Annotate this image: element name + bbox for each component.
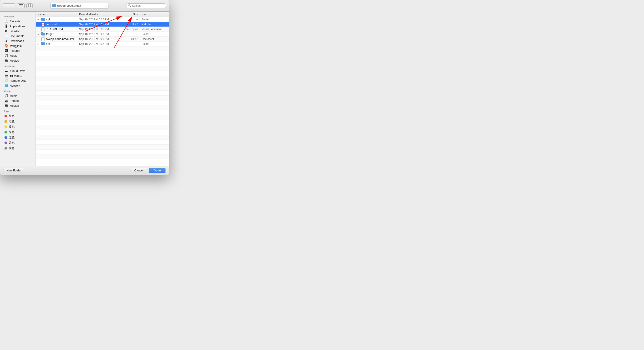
table-row[interactable]: ▶ target Sep 18, 2019 at 3:29 PM -- Fold… bbox=[36, 32, 169, 37]
table-row[interactable]: ▶ sql Sep 20, 2019 at 5:25 PM -- Folder bbox=[36, 17, 169, 22]
empty-row bbox=[36, 105, 169, 110]
sidebar-item-tag-blue[interactable]: 蓝色 bbox=[1, 135, 35, 140]
icloud-icon: ☁ bbox=[4, 69, 8, 73]
empty-row bbox=[36, 130, 169, 135]
sidebar-item-media-music[interactable]: 🎵 Music bbox=[1, 93, 35, 98]
sidebar-item-movies[interactable]: 🎬 Movies bbox=[1, 58, 35, 63]
sidebar-item-remote-disc-label: Remote Disc bbox=[10, 79, 26, 82]
expand-arrow-icon[interactable]: ▶ bbox=[38, 18, 40, 20]
col-kind-header[interactable]: Kind bbox=[140, 13, 169, 16]
file-size-cell: 13 KB bbox=[122, 37, 140, 41]
tag-yellow-dot bbox=[4, 126, 7, 128]
sidebar-item-mac-label: ■■ Mac... bbox=[10, 74, 22, 77]
empty-row bbox=[36, 100, 169, 105]
sidebar-item-tag-green[interactable]: 绿色 bbox=[1, 130, 35, 135]
svg-rect-3 bbox=[28, 4, 29, 5]
sidebar-item-pictures[interactable]: 🖼 Pictures bbox=[1, 48, 35, 53]
file-date-cell: Sep 18, 2019 at 3:29 PM bbox=[77, 37, 122, 41]
xml-file-icon: XML bbox=[41, 22, 44, 26]
favorites-label: Favorites bbox=[0, 13, 36, 19]
col-size-header[interactable]: Size bbox=[122, 13, 140, 16]
expand-arrow-icon[interactable]: ▶ bbox=[38, 43, 40, 45]
empty-row bbox=[36, 61, 169, 66]
file-kind-cell: Document bbox=[140, 37, 169, 41]
sidebar-item-remote-disc[interactable]: 💿 Remote Disc bbox=[1, 78, 35, 83]
recents-icon: 🕐 bbox=[4, 19, 8, 23]
empty-row bbox=[36, 145, 169, 150]
sidebar-item-documents[interactable]: 📄 Documents bbox=[1, 33, 35, 38]
location-text: sweep-code.break bbox=[57, 4, 102, 7]
search-bar[interactable]: 🔍 bbox=[126, 3, 166, 8]
file-date-cell: Sep 19, 2019 at 5:35 PM bbox=[77, 28, 122, 31]
empty-row bbox=[36, 140, 169, 145]
sidebar-item-recents[interactable]: 🕐 Recents bbox=[1, 19, 35, 24]
sidebar-item-media-photos[interactable]: 📷 Photos bbox=[1, 98, 35, 103]
sidebar-item-downloads-label: Downloads bbox=[10, 39, 24, 43]
sidebar-item-movies-label: Movies bbox=[10, 59, 19, 62]
open-button[interactable]: Open bbox=[149, 168, 166, 173]
movies-icon: 🎬 bbox=[4, 59, 8, 62]
folder-icon bbox=[41, 42, 45, 45]
new-folder-button[interactable]: New Folder bbox=[4, 168, 24, 173]
table-row[interactable]: sweep-code.break.iml Sep 18, 2019 at 3:2… bbox=[36, 37, 169, 41]
sidebar-item-media-movies[interactable]: 🎬 Movies bbox=[1, 103, 35, 108]
file-date-cell: Sep 18, 2019 at 3:29 PM bbox=[77, 33, 122, 36]
sidebar-item-tag-gray[interactable]: 灰色 bbox=[1, 146, 35, 151]
sidebar-item-applications[interactable]: 📱 Applications bbox=[1, 24, 35, 28]
svg-rect-5 bbox=[28, 6, 29, 7]
expand-arrow-icon[interactable]: ▶ bbox=[38, 33, 40, 35]
sidebar-item-recents-label: Recents bbox=[10, 20, 20, 23]
file-kind-cell: Folder bbox=[140, 18, 169, 21]
empty-row bbox=[36, 71, 169, 76]
col-date-header[interactable]: Date Modified ▼ bbox=[77, 13, 122, 16]
sidebar-item-tag-yellow[interactable]: 黄色 bbox=[1, 124, 35, 130]
action-button[interactable] bbox=[26, 3, 33, 8]
sidebar-item-music-label: Music bbox=[10, 54, 17, 57]
tag-blue-label: 蓝色 bbox=[9, 136, 14, 140]
file-date-cell: Sep 20, 2019 at 5:25 PM bbox=[77, 18, 122, 21]
cancel-button[interactable]: Cancel bbox=[130, 168, 147, 173]
sidebar-item-desktop-label: Desktop bbox=[10, 29, 20, 33]
table-row[interactable]: README.md Sep 19, 2019 at 5:35 PM Zero b… bbox=[36, 27, 169, 32]
sidebar-item-tag-red[interactable]: 红色 bbox=[1, 113, 35, 119]
sidebar-item-network-label: Network bbox=[10, 84, 20, 87]
file-name-cell: README.md bbox=[36, 27, 77, 31]
sidebar-item-mac[interactable]: 💻 ■■ Mac... bbox=[1, 73, 35, 78]
sidebar-item-icloud[interactable]: ☁ iCloud Drive bbox=[1, 68, 35, 73]
sidebar-item-wangjiale-label: wangjiale bbox=[10, 44, 22, 47]
sidebar-item-wangjiale[interactable]: 🏠 wangjiale bbox=[1, 43, 35, 48]
table-row[interactable]: XML pom.xml Sep 20, 2019 at 5:20 PM 3 KB… bbox=[36, 22, 169, 27]
file-name-cell: XML pom.xml bbox=[36, 22, 77, 26]
column-header: Name Date Modified ▼ Size Kind bbox=[36, 11, 169, 17]
empty-row bbox=[36, 120, 169, 125]
location-bar[interactable]: sweep-code.break ⌃⌄ bbox=[50, 3, 108, 9]
sidebar-item-icloud-label: iCloud Drive bbox=[10, 69, 26, 73]
search-input[interactable] bbox=[132, 4, 164, 7]
sidebar-item-documents-label: Documents bbox=[10, 34, 24, 38]
sort-arrow-icon: ▼ bbox=[96, 13, 98, 15]
empty-row bbox=[36, 76, 169, 81]
file-kind-cell: Visual...ocument bbox=[140, 28, 169, 31]
tag-orange-label: 橙色 bbox=[9, 119, 14, 123]
downloads-icon: ⬇ bbox=[4, 39, 8, 43]
sidebar-item-desktop[interactable]: 🖥 Desktop bbox=[1, 28, 35, 33]
sidebar-item-network[interactable]: 🌐 Network bbox=[1, 83, 35, 88]
file-name-cell: ▶ sql bbox=[36, 18, 77, 21]
forward-button[interactable]: › bbox=[9, 3, 15, 8]
file-size-cell: 3 KB bbox=[122, 23, 140, 26]
sidebar-item-applications-label: Applications bbox=[10, 24, 25, 28]
view-lines-button[interactable] bbox=[17, 3, 24, 8]
back-button[interactable]: ‹ bbox=[3, 3, 9, 8]
sidebar-item-music[interactable]: 🎵 Music bbox=[1, 53, 35, 58]
sidebar-item-tag-purple[interactable]: 紫色 bbox=[1, 140, 35, 146]
empty-row bbox=[36, 155, 169, 159]
sidebar-item-tag-orange[interactable]: 橙色 bbox=[1, 119, 35, 124]
empty-row bbox=[36, 86, 169, 91]
sidebar-item-downloads[interactable]: ⬇ Downloads bbox=[1, 38, 35, 43]
documents-icon: 📄 bbox=[4, 34, 8, 38]
empty-row bbox=[36, 110, 169, 115]
svg-rect-0 bbox=[19, 4, 23, 5]
col-name-header[interactable]: Name bbox=[36, 13, 77, 16]
table-row[interactable]: ▶ src Sep 18, 2019 at 3:27 PM -- Folder bbox=[36, 41, 169, 46]
home-icon: 🏠 bbox=[4, 44, 8, 47]
